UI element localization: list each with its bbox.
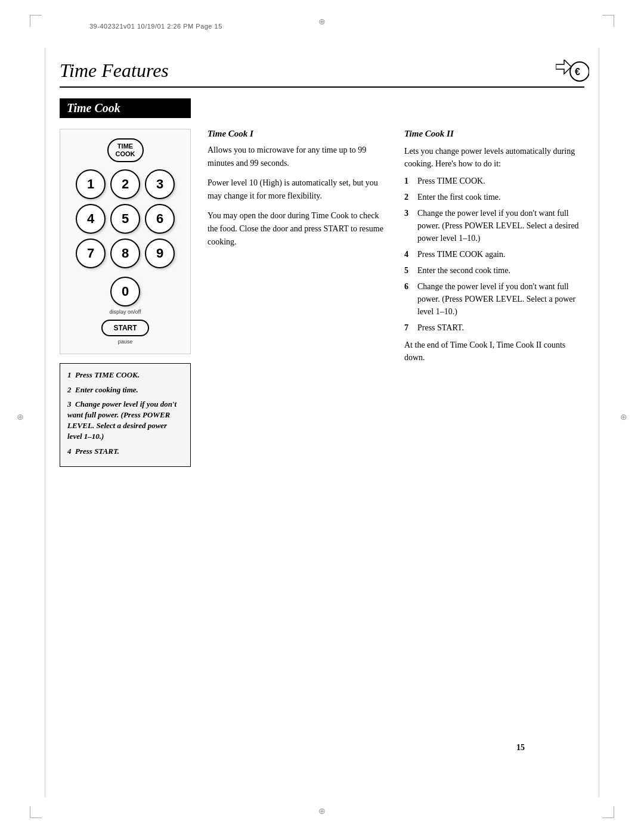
key-8: 8	[110, 239, 140, 268]
reg-mark-right: ⊕	[620, 411, 627, 422]
instr-step-3: 3 Change power level if you don't want f…	[67, 399, 183, 442]
page-title: Time Features	[60, 60, 584, 82]
crop-mark-bl	[30, 806, 42, 818]
instr-step-4: 4 Press START.	[67, 446, 183, 457]
instructions-box: 1 Press TIME COOK. 2 Enter cooking time.…	[60, 363, 191, 466]
col-time-cook-i: Time Cook I Allows you to microwave for …	[208, 129, 388, 255]
tc2-step-2: 2 Enter the first cook time.	[404, 191, 584, 203]
instr-step-2: 2 Enter cooking time.	[67, 385, 183, 395]
key-1: 1	[76, 169, 106, 199]
key-0: 0	[110, 277, 140, 306]
tc2-step-6: 6 Change the power level if you don't wa…	[404, 280, 584, 318]
reg-mark-top: ⊕	[318, 17, 326, 27]
section-header: Time Cook	[60, 98, 191, 118]
instr-step-1: 1 Press TIME COOK.	[67, 370, 183, 380]
three-column-layout: TIMECOOK 1 2 3 4 5 6 7 8 9 0 display on/…	[60, 129, 584, 467]
time-cook-i-title: Time Cook I	[208, 129, 388, 139]
key-3: 3	[145, 169, 175, 199]
reg-mark-left: ⊕	[17, 411, 24, 422]
start-button: START	[101, 320, 148, 336]
page-number: 15	[516, 743, 525, 753]
keypad-grid: 1 2 3 4 5 6 7 8 9	[76, 169, 175, 268]
pause-label: pause	[118, 339, 133, 345]
crop-mark-tl	[30, 15, 42, 27]
print-header: 39-402321v01 10/19/01 2:26 PM Page 15	[89, 23, 222, 30]
time-cook-i-p2: Power level 10 (High) is automatically s…	[208, 176, 388, 203]
crop-mark-tr	[602, 15, 614, 27]
reg-mark-bottom: ⊕	[318, 806, 326, 816]
tc2-footer: At the end of Time Cook I, Time Cook II …	[404, 339, 584, 364]
crop-mark-br	[602, 806, 614, 818]
keypad-container: TIMECOOK 1 2 3 4 5 6 7 8 9 0 display on/…	[60, 129, 191, 354]
tc2-step-5: 5 Enter the second cook time.	[404, 264, 584, 277]
key-2: 2	[110, 169, 140, 199]
time-cook-i-p3: You may open the door during Time Cook t…	[208, 209, 388, 249]
time-cook-button: TIMECOOK	[107, 138, 144, 162]
vr-right	[599, 48, 599, 797]
vr-left	[45, 48, 45, 797]
key-5: 5	[110, 204, 140, 234]
key-7: 7	[76, 239, 106, 268]
main-content: Time Features Time Cook TIMECOOK 1 2 3 4…	[60, 60, 584, 785]
tc2-step-4: 4 Press TIME COOK again.	[404, 248, 584, 261]
time-cook-i-p1: Allows you to microwave for any time up …	[208, 144, 388, 171]
col-time-cook-ii: Time Cook II Lets you change power level…	[404, 129, 584, 364]
tc2-step-3: 3 Change the power level if you don't wa…	[404, 207, 584, 244]
display-label: display on/off	[110, 309, 141, 315]
key-9: 9	[145, 239, 175, 268]
key-6: 6	[145, 204, 175, 234]
title-divider	[60, 86, 584, 88]
time-cook-ii-intro: Lets you change power levels automatical…	[404, 145, 584, 170]
tc2-step-1: 1 Press TIME COOK.	[404, 175, 584, 187]
key-4: 4	[76, 204, 106, 234]
tc2-step-7: 7 Press START.	[404, 321, 584, 334]
time-cook-ii-title: Time Cook II	[404, 129, 584, 139]
col-left: TIMECOOK 1 2 3 4 5 6 7 8 9 0 display on/…	[60, 129, 191, 467]
